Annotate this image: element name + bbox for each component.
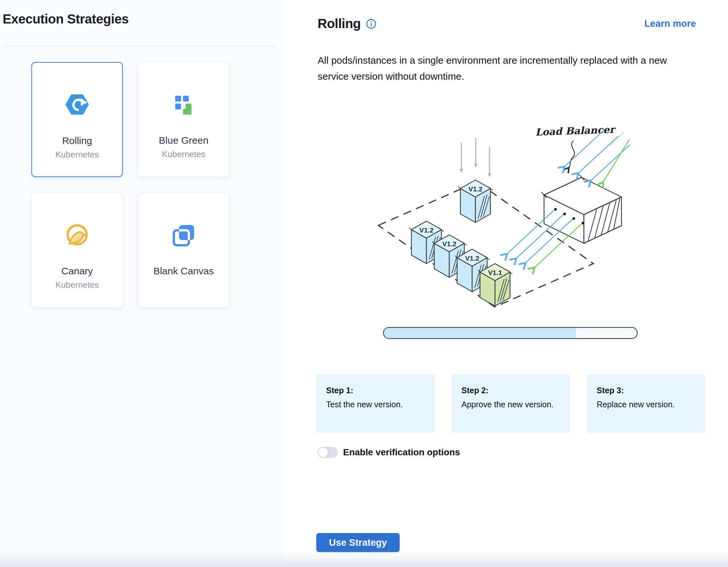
strategy-card-title: Blue Green xyxy=(159,135,208,146)
strategy-description: All pods/instances in a single environme… xyxy=(318,52,700,84)
step-title: Step 1: xyxy=(326,386,425,395)
rolling-update-icon xyxy=(65,92,90,117)
step-description: Approve the new version. xyxy=(461,400,560,409)
step-description: Replace new version. xyxy=(597,400,695,409)
pod-version-label: V1.1 xyxy=(488,269,502,276)
toggle-knob xyxy=(318,447,328,458)
detail-title: Rolling xyxy=(318,16,361,31)
verification-toggle[interactable] xyxy=(318,447,338,458)
pod-version-label: V1.2 xyxy=(468,185,482,193)
pod-version-label: V1.2 xyxy=(442,240,456,248)
step-card-3: Step 3: Replace new version. xyxy=(587,375,705,433)
step-card-2: Step 2: Approve the new version. xyxy=(452,375,570,433)
verification-toggle-label: Enable verification options xyxy=(343,447,460,458)
divider xyxy=(3,46,276,47)
detail-header: Rolling Learn more xyxy=(318,16,696,31)
use-strategy-button[interactable]: Use Strategy xyxy=(316,533,400,552)
verification-toggle-row: Enable verification options xyxy=(318,447,460,458)
strategy-card-subtitle: Kubernetes xyxy=(56,150,99,160)
page-title: Execution Strategies xyxy=(3,12,129,26)
info-icon[interactable] xyxy=(366,19,376,29)
strategy-steps: Step 1: Test the new version. Step 2: Ap… xyxy=(316,375,705,433)
strategy-detail-panel: Rolling Learn more All pods/instances in… xyxy=(285,0,728,567)
strategy-card-blank-canvas[interactable]: Blank Canvas xyxy=(138,193,229,308)
step-title: Step 2: xyxy=(461,386,560,395)
canary-bird-icon xyxy=(65,223,90,247)
label-pointer-arrow xyxy=(569,141,574,168)
strategy-card-title: Canary xyxy=(61,266,93,277)
pod-new-floating: V1.2 xyxy=(458,180,493,223)
strategy-card-title: Rolling xyxy=(62,135,92,146)
execution-strategies-screen: Execution Strategies Rolling Kubernetes xyxy=(0,0,728,567)
step-card-1: Step 1: Test the new version. xyxy=(316,375,435,433)
strategy-list-panel: Execution Strategies Rolling Kubernetes xyxy=(0,0,285,567)
pod-version-label: V1.2 xyxy=(419,226,433,234)
step-description: Test the new version. xyxy=(326,400,425,409)
strategy-cards-grid: Rolling Kubernetes Blue Green Kubern xyxy=(31,62,229,308)
strategy-card-blue-green[interactable]: Blue Green Kubernetes xyxy=(138,62,229,177)
rolling-strategy-illustration: Load Balancer xyxy=(372,113,631,313)
strategy-card-rolling[interactable]: Rolling Kubernetes xyxy=(31,62,123,177)
strategy-card-title: Blank Canvas xyxy=(153,266,214,277)
load-balancer-label: Load Balancer xyxy=(535,124,617,138)
rollout-progress-bar xyxy=(383,327,638,339)
load-balancer-box xyxy=(541,175,621,243)
progress-fill xyxy=(384,328,576,338)
strategy-card-canary[interactable]: Canary Kubernetes xyxy=(31,193,123,308)
blue-green-icon xyxy=(171,92,196,117)
deploy-drop-lines xyxy=(460,138,491,177)
incoming-traffic-arrows xyxy=(565,130,630,182)
step-title: Step 3: xyxy=(597,386,695,395)
learn-more-link[interactable]: Learn more xyxy=(644,18,696,29)
blank-canvas-icon xyxy=(171,223,196,247)
pod-version-label: V1.2 xyxy=(465,255,479,262)
strategy-card-subtitle: Kubernetes xyxy=(56,280,99,290)
strategy-card-subtitle: Kubernetes xyxy=(162,149,206,159)
